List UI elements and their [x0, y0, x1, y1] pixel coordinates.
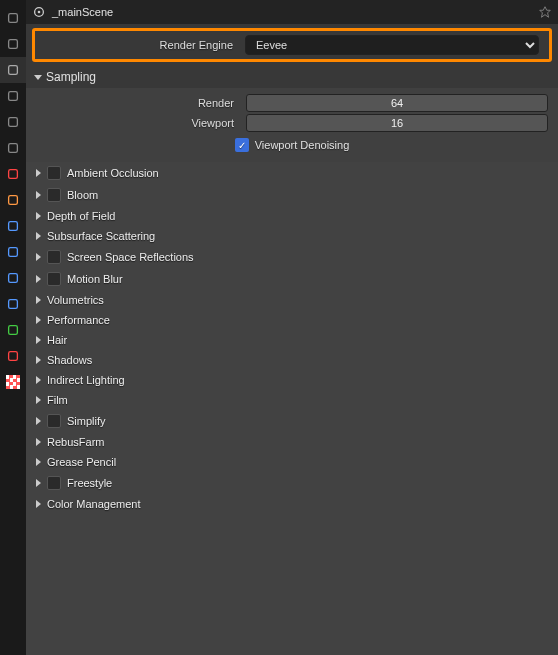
panel-row[interactable]: Simplify — [26, 410, 558, 432]
render-samples-field[interactable]: 64 — [246, 94, 548, 112]
checkbox-checked-icon[interactable]: ✓ — [235, 138, 249, 152]
viewport-samples-field[interactable]: 16 — [246, 114, 548, 132]
panel-row[interactable]: Bloom — [26, 184, 558, 206]
properties-tab-strip — [0, 0, 26, 655]
panel-row[interactable]: Screen Space Reflections — [26, 246, 558, 268]
svg-rect-13 — [9, 352, 18, 361]
panel-row[interactable]: Depth of Field — [26, 206, 558, 226]
chevron-right-icon — [36, 316, 41, 324]
panel-row[interactable]: Subsurface Scattering — [26, 226, 558, 246]
svg-rect-1 — [9, 40, 18, 49]
render-icon[interactable] — [0, 57, 26, 83]
panel-row[interactable]: Performance — [26, 310, 558, 330]
scene-icon[interactable] — [0, 135, 26, 161]
scene-icon — [32, 5, 46, 19]
chevron-down-icon — [34, 75, 42, 80]
panel-row[interactable]: Ambient Occlusion — [26, 162, 558, 184]
checkbox-icon[interactable] — [47, 188, 61, 202]
render-engine-label: Render Engine — [35, 39, 245, 51]
panel-label: Color Management — [47, 498, 141, 510]
properties-main: _mainScene Render Engine Eevee Sampling … — [26, 0, 558, 655]
checkbox-icon[interactable] — [47, 250, 61, 264]
svg-rect-6 — [9, 170, 18, 179]
editor-type-icon[interactable] — [0, 5, 26, 31]
physics-icon[interactable] — [0, 265, 26, 291]
chevron-right-icon — [36, 356, 41, 364]
panel-row[interactable]: Indirect Lighting — [26, 370, 558, 390]
panel-label: Film — [47, 394, 68, 406]
subpanels-list: Ambient OcclusionBloomDepth of FieldSubs… — [26, 162, 558, 655]
texture-icon[interactable] — [6, 375, 20, 389]
panel-label: Hair — [47, 334, 67, 346]
chevron-right-icon — [36, 376, 41, 384]
checkbox-icon[interactable] — [47, 166, 61, 180]
panel-row[interactable]: Freestyle — [26, 472, 558, 494]
viewport-denoising-row[interactable]: ✓ Viewport Denoising — [36, 138, 548, 152]
panel-label: Depth of Field — [47, 210, 115, 222]
chevron-right-icon — [36, 232, 41, 240]
scene-name[interactable]: _mainScene — [52, 6, 113, 18]
panel-row[interactable]: RebusFarm — [26, 432, 558, 452]
panel-row[interactable]: Volumetrics — [26, 290, 558, 310]
panel-row[interactable]: Grease Pencil — [26, 452, 558, 472]
viewport-denoising-label: Viewport Denoising — [255, 139, 350, 151]
checkbox-icon[interactable] — [47, 414, 61, 428]
tool-icon[interactable] — [0, 31, 26, 57]
chevron-right-icon — [36, 336, 41, 344]
checkbox-icon[interactable] — [47, 272, 61, 286]
panel-row[interactable]: Color Management — [26, 494, 558, 514]
svg-rect-11 — [9, 300, 18, 309]
header-bar: _mainScene — [26, 0, 558, 24]
sampling-body: Render 64 Viewport 16 ✓ Viewport Denoisi… — [26, 88, 558, 162]
chevron-right-icon — [36, 396, 41, 404]
svg-rect-8 — [9, 222, 18, 231]
world-icon[interactable] — [0, 161, 26, 187]
sampling-title: Sampling — [46, 70, 96, 84]
render-engine-row: Render Engine Eevee — [32, 28, 552, 62]
chevron-right-icon — [36, 438, 41, 446]
viewport-samples-row: Viewport 16 — [36, 114, 548, 132]
panel-row[interactable]: Hair — [26, 330, 558, 350]
viewlayer-icon[interactable] — [0, 109, 26, 135]
constraint-icon[interactable] — [0, 291, 26, 317]
svg-rect-10 — [9, 274, 18, 283]
pin-icon[interactable] — [538, 5, 552, 19]
panel-label: Ambient Occlusion — [67, 167, 159, 179]
svg-point-15 — [38, 11, 41, 14]
panel-label: Indirect Lighting — [47, 374, 125, 386]
chevron-right-icon — [36, 296, 41, 304]
panel-label: RebusFarm — [47, 436, 104, 448]
panel-label: Freestyle — [67, 477, 112, 489]
chevron-right-icon — [36, 417, 41, 425]
panel-label: Grease Pencil — [47, 456, 116, 468]
render-samples-row: Render 64 — [36, 94, 548, 112]
svg-rect-9 — [9, 248, 18, 257]
chevron-right-icon — [36, 191, 41, 199]
material-icon[interactable] — [0, 343, 26, 369]
mesh-icon[interactable] — [0, 317, 26, 343]
panel-row[interactable]: Shadows — [26, 350, 558, 370]
checkbox-icon[interactable] — [47, 476, 61, 490]
panel-row[interactable]: Film — [26, 390, 558, 410]
chevron-right-icon — [36, 253, 41, 261]
chevron-right-icon — [36, 169, 41, 177]
panel-label: Screen Space Reflections — [67, 251, 194, 263]
render-engine-select[interactable]: Eevee — [245, 35, 539, 55]
chevron-right-icon — [36, 212, 41, 220]
panel-label: Bloom — [67, 189, 98, 201]
output-icon[interactable] — [0, 83, 26, 109]
panel-row[interactable]: Motion Blur — [26, 268, 558, 290]
sampling-header[interactable]: Sampling — [26, 66, 558, 88]
svg-rect-5 — [9, 144, 18, 153]
svg-rect-3 — [9, 92, 18, 101]
particle-icon[interactable] — [0, 239, 26, 265]
render-samples-label: Render — [36, 97, 246, 109]
panel-label: Performance — [47, 314, 110, 326]
svg-rect-0 — [9, 14, 18, 23]
modifier-icon[interactable] — [0, 213, 26, 239]
panel-label: Volumetrics — [47, 294, 104, 306]
svg-rect-12 — [9, 326, 18, 335]
chevron-right-icon — [36, 275, 41, 283]
object-icon[interactable] — [0, 187, 26, 213]
chevron-right-icon — [36, 479, 41, 487]
